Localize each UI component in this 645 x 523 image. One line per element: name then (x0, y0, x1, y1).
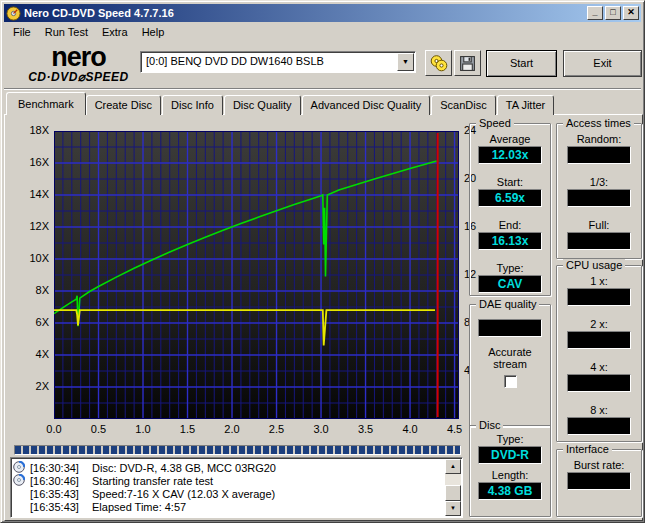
cpu-4x-value (567, 374, 631, 392)
exit-button[interactable]: Exit (563, 50, 642, 77)
end-speed-label: End: (470, 219, 550, 231)
dae-quality-value (478, 319, 542, 337)
access-times-group-title: Access times (563, 117, 634, 129)
scroll-up-button[interactable]: ▲ (445, 459, 461, 474)
close-icon: ✕ (627, 7, 635, 17)
average-speed-label: Average (470, 133, 550, 145)
tab-bar: Benchmark Create Disc Disc Info Disc Qua… (6, 92, 555, 115)
drive-select-dropdown-button[interactable]: ▼ (397, 53, 414, 71)
drive-select-value: [0:0] BENQ DVD DD DW1640 BSLB (146, 55, 395, 67)
discs-icon (429, 53, 449, 73)
log-row: [16:30:46] Starting transfer rate test (13, 474, 442, 487)
log-text: Starting transfer rate test (92, 475, 442, 487)
log-box[interactable]: [16:30:34] Disc: DVD-R, 4.38 GB, MCC 03R… (10, 457, 463, 518)
cdvdspeed-logo-text: CD·DVD⌀SPEED (16, 71, 141, 83)
burst-rate-label: Burst rate: (557, 459, 641, 471)
x-axis-tick-label: 0.5 (91, 423, 106, 435)
start-speed-value: 6.59x (478, 189, 542, 207)
dae-quality-group: DAE quality Accurate stream (469, 304, 551, 427)
menu-run-test[interactable]: Run Test (38, 24, 95, 41)
transfer-rate-chart (54, 131, 459, 419)
scroll-down-button[interactable]: ▼ (445, 501, 461, 516)
menu-bar: File Run Test Extra Help (4, 23, 641, 42)
app-icon (6, 6, 21, 21)
disc-group-title: Disc (476, 419, 503, 431)
menu-extra[interactable]: Extra (95, 24, 135, 41)
options-button[interactable] (425, 50, 452, 76)
left-axis-tick-label: 16X (5, 156, 49, 168)
cpu-4x-label: 4 x: (557, 361, 641, 373)
scroll-up-icon: ▲ (450, 463, 456, 469)
log-text: Elapsed Time: 4:57 (92, 501, 442, 513)
log-row: [16:30:34] Disc: DVD-R, 4.38 GB, MCC 03R… (13, 461, 442, 474)
maximize-icon: □ (610, 7, 615, 17)
benchmark-panel: 18X16X14X12X10X8X6X4X2X24201612840.00.51… (4, 114, 643, 521)
tab-scandisc[interactable]: ScanDisc (431, 95, 495, 115)
cpu-usage-group: CPU usage 1 x: 2 x: 4 x: 8 x: (556, 265, 642, 442)
disc-group: Disc Type: DVD-R Length: 4.38 GB (469, 425, 551, 517)
close-button[interactable]: ✕ (623, 6, 639, 20)
cpu-1x-value (567, 288, 631, 306)
tab-disc-info[interactable]: Disc Info (162, 95, 223, 115)
tab-disc-quality[interactable]: Disc Quality (224, 95, 301, 115)
random-access-value (567, 146, 631, 164)
one-third-access-label: 1/3: (557, 176, 641, 188)
log-row: [16:35:43] Elapsed Time: 4:57 (13, 500, 442, 513)
x-axis-tick-label: 4.0 (402, 423, 417, 435)
left-axis-tick-label: 12X (5, 220, 49, 232)
log-text: Speed:7-16 X CAV (12.03 X average) (92, 488, 442, 500)
log-time: [16:30:34] (30, 462, 92, 474)
speed-group: Speed Average 12.03x Start: 6.59x End: 1… (469, 123, 551, 296)
start-speed-label: Start: (470, 176, 550, 188)
x-axis-tick-label: 3.5 (358, 423, 373, 435)
tab-ta-jitter[interactable]: TA Jitter (497, 95, 555, 115)
accurate-stream-checkbox[interactable] (504, 375, 517, 388)
tab-advanced-disc-quality[interactable]: Advanced Disc Quality (302, 95, 431, 115)
x-axis-tick-label: 1.5 (180, 423, 195, 435)
x-axis-tick-label: 0.0 (46, 423, 61, 435)
app-window: Nero CD-DVD Speed 4.7.7.16 _ □ ✕ File Ru… (0, 0, 645, 523)
cpu-2x-value (567, 331, 631, 349)
minimize-icon: _ (592, 7, 597, 17)
scroll-down-icon: ▼ (450, 505, 456, 511)
tab-benchmark[interactable]: Benchmark (6, 92, 86, 115)
left-axis-tick-label: 6X (5, 316, 49, 328)
toolbar-separator (4, 88, 641, 90)
chevron-down-icon: ▼ (402, 58, 409, 65)
accurate-stream-label: Accurate stream (470, 346, 550, 370)
cpu-8x-value (567, 417, 631, 435)
left-axis-tick-label: 8X (5, 284, 49, 296)
test-progress-bar (14, 445, 461, 455)
menu-help[interactable]: Help (135, 24, 172, 41)
log-time: [16:35:43] (30, 488, 92, 500)
maximize-button[interactable]: □ (605, 6, 621, 20)
save-button[interactable] (454, 50, 481, 76)
speed-group-title: Speed (476, 117, 514, 129)
log-scrollbar[interactable]: ▲ ▼ (445, 459, 461, 516)
disc-type-value: DVD-R (478, 446, 542, 464)
drive-select[interactable]: [0:0] BENQ DVD DD DW1640 BSLB ▼ (140, 51, 416, 73)
menu-file[interactable]: File (6, 24, 38, 41)
left-axis-tick-label: 4X (5, 348, 49, 360)
x-axis-tick-label: 1.0 (135, 423, 150, 435)
test-progress-fill (15, 446, 460, 454)
speed-type-label: Type: (470, 262, 550, 274)
log-time: [16:35:43] (30, 501, 92, 513)
left-axis-tick-label: 10X (5, 252, 49, 264)
title-bar[interactable]: Nero CD-DVD Speed 4.7.7.16 _ □ ✕ (4, 4, 641, 22)
one-third-access-value (567, 189, 631, 207)
interface-group-title: Interface (563, 443, 612, 455)
tab-create-disc[interactable]: Create Disc (86, 95, 161, 115)
speed-type-value: CAV (478, 275, 542, 293)
disc-type-label: Type: (470, 433, 550, 445)
cpu-8x-label: 8 x: (557, 404, 641, 416)
end-speed-value: 16.13x (478, 232, 542, 250)
disc-info-icon (13, 474, 30, 487)
toolbar: nero CD·DVD⌀SPEED [0:0] BENQ DVD DD DW16… (4, 42, 641, 87)
disc-length-value: 4.38 GB (478, 482, 542, 500)
random-access-label: Random: (557, 133, 641, 145)
dae-quality-group-title: DAE quality (476, 298, 539, 310)
start-button[interactable]: Start (486, 50, 557, 77)
minimize-button[interactable]: _ (587, 6, 603, 20)
scrollbar-thumb[interactable] (445, 485, 461, 501)
